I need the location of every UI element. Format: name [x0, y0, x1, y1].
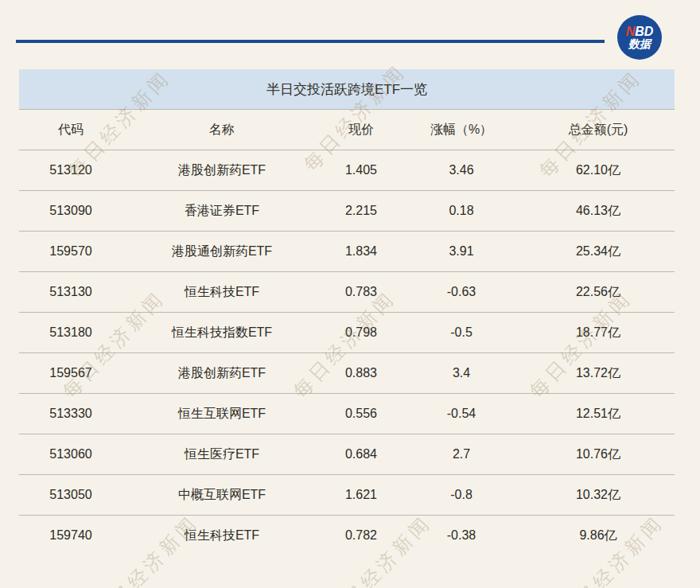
cell-code: 513120 [19, 163, 122, 177]
nbd-logo-letter-n: N [626, 25, 636, 38]
cell-price: 0.883 [321, 366, 401, 380]
cell-code: 159740 [19, 528, 122, 543]
cell-amount: 25.34亿 [522, 243, 675, 260]
cell-change: -0.54 [401, 407, 522, 421]
cell-name: 恒生科技指数ETF [122, 325, 321, 341]
table-row: 513330 恒生互联网ETF 0.556 -0.54 12.51亿 [19, 393, 675, 434]
cell-change: -0.5 [401, 325, 522, 340]
table-row: 159567 港股创新药ETF 0.883 3.4 13.72亿 [19, 352, 675, 393]
cell-price: 0.782 [321, 528, 401, 543]
cell-price: 1.621 [321, 488, 401, 502]
header-change: 涨幅（%） [401, 122, 522, 138]
cell-name: 恒生科技ETF [122, 284, 321, 301]
etf-table: 代码 名称 现价 涨幅（%） 总金额(元) 513120 港股创新药ETF 1.… [19, 109, 675, 555]
cell-amount: 46.13亿 [522, 203, 675, 220]
cell-price: 2.215 [321, 204, 401, 218]
cell-code: 159567 [19, 366, 122, 380]
cell-price: 0.556 [321, 407, 401, 421]
cell-name: 恒生互联网ETF [122, 406, 321, 423]
cell-name: 港股通创新药ETF [122, 243, 321, 260]
cell-name: 中概互联网ETF [122, 487, 321, 504]
cell-name: 港股创新药ETF [122, 162, 321, 179]
cell-change: 0.18 [401, 204, 522, 218]
cell-code: 513330 [19, 407, 122, 421]
cell-amount: 10.32亿 [522, 487, 675, 504]
cell-change: -0.38 [401, 528, 522, 543]
table-row: 513180 恒生科技指数ETF 0.798 -0.5 18.77亿 [19, 312, 675, 352]
cell-name: 恒生科技ETF [122, 528, 321, 544]
cell-change: -0.63 [401, 285, 522, 299]
table-row: 513060 恒生医疗ETF 0.684 2.7 10.76亿 [19, 434, 675, 474]
cell-amount: 22.56亿 [522, 284, 675, 301]
header-code: 代码 [19, 122, 122, 138]
cell-amount: 12.51亿 [522, 406, 675, 423]
cell-change: -0.8 [401, 488, 522, 502]
table-row: 513120 港股创新药ETF 1.405 3.46 62.10亿 [19, 150, 675, 190]
nbd-logo-chinese: 数据 [628, 38, 651, 50]
header-name: 名称 [122, 122, 321, 138]
cell-code: 513050 [19, 488, 122, 502]
cell-change: 3.46 [401, 163, 522, 177]
cell-code: 513180 [19, 325, 122, 340]
cell-code: 159570 [19, 244, 122, 259]
cell-price: 0.783 [321, 285, 401, 299]
cell-change: 3.91 [401, 244, 522, 259]
cell-code: 513060 [19, 447, 122, 461]
cell-name: 香港证券ETF [122, 203, 321, 220]
table-title: 半日交投活跃跨境ETF一览 [266, 80, 427, 99]
header-rule [16, 40, 605, 43]
cell-amount: 13.72亿 [522, 365, 675, 382]
cell-code: 513090 [19, 204, 122, 218]
cell-change: 3.4 [401, 366, 522, 380]
cell-amount: 18.77亿 [522, 325, 675, 341]
table-row: 159570 港股通创新药ETF 1.834 3.91 25.34亿 [19, 231, 675, 271]
header-amount: 总金额(元) [522, 122, 675, 138]
table-row: 513130 恒生科技ETF 0.783 -0.63 22.56亿 [19, 271, 675, 312]
cell-change: 2.7 [401, 447, 522, 461]
cell-amount: 10.76亿 [522, 446, 675, 463]
cell-amount: 62.10亿 [522, 162, 675, 179]
nbd-logo-letters-bd: BD [635, 25, 653, 38]
nbd-logo-text: NBD [626, 25, 654, 38]
nbd-logo: NBD 数据 [617, 15, 662, 60]
table-title-banner: 半日交投活跃跨境ETF一览 [19, 69, 675, 109]
header-price: 现价 [321, 122, 401, 138]
cell-amount: 9.86亿 [522, 528, 675, 544]
cell-price: 0.798 [321, 325, 401, 340]
table-header-row: 代码 名称 现价 涨幅（%） 总金额(元) [19, 109, 675, 150]
cell-code: 513130 [19, 285, 122, 299]
cell-price: 1.405 [321, 163, 401, 177]
cell-name: 恒生医疗ETF [122, 446, 321, 463]
cell-price: 0.684 [321, 447, 401, 461]
table-row: 513050 中概互联网ETF 1.621 -0.8 10.32亿 [19, 474, 675, 515]
table-row: 513090 香港证券ETF 2.215 0.18 46.13亿 [19, 190, 675, 231]
cell-name: 港股创新药ETF [122, 365, 321, 382]
table-row: 159740 恒生科技ETF 0.782 -0.38 9.86亿 [19, 515, 675, 555]
cell-price: 1.834 [321, 244, 401, 259]
